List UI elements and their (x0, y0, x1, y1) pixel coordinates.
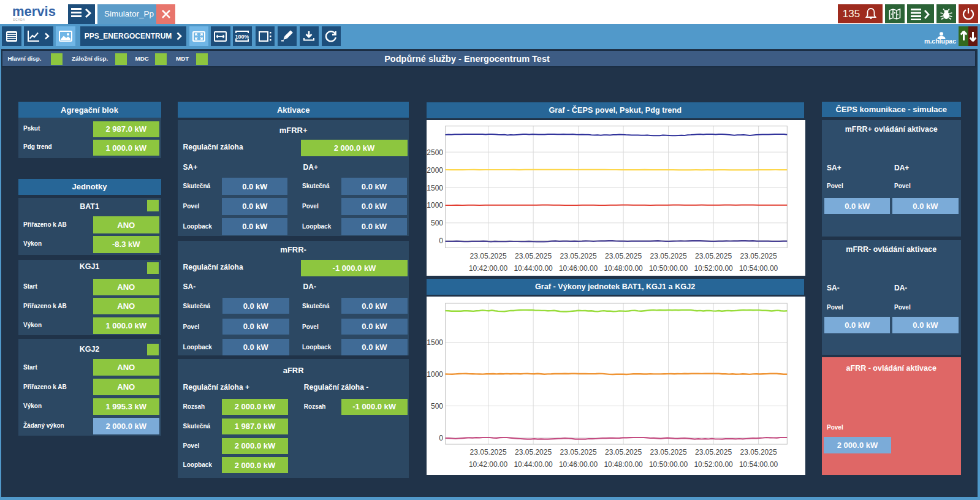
svg-text:23.05.2025: 23.05.2025 (605, 252, 642, 260)
svg-text:10:50:00.00: 10:50:00.00 (649, 460, 688, 469)
svg-text:23.05.2025: 23.05.2025 (470, 252, 507, 260)
svg-text:10:44:00.00: 10:44:00.00 (514, 264, 553, 273)
svg-text:23.05.2025: 23.05.2025 (605, 448, 642, 456)
svg-text:0: 0 (439, 237, 443, 245)
svg-text:10:50:00.00: 10:50:00.00 (649, 264, 688, 273)
svg-text:23.05.2025: 23.05.2025 (560, 448, 597, 456)
svg-text:23.05.2025: 23.05.2025 (740, 252, 777, 260)
svg-text:10:46:00.00: 10:46:00.00 (559, 264, 598, 273)
svg-text:100%: 100% (235, 34, 249, 40)
svg-text:500: 500 (431, 219, 443, 227)
svg-text:1000: 1000 (427, 201, 443, 210)
svg-text:23.05.2025: 23.05.2025 (650, 448, 687, 456)
svg-text:2000: 2000 (427, 166, 443, 175)
svg-text:10:52:00.00: 10:52:00.00 (694, 460, 733, 469)
svg-text:10:46:00.00: 10:46:00.00 (559, 460, 598, 469)
svg-text:2500: 2500 (427, 148, 443, 157)
svg-text:23.05.2025: 23.05.2025 (695, 252, 732, 260)
svg-text:10:42:00.00: 10:42:00.00 (469, 264, 508, 273)
svg-text:10:48:00.00: 10:48:00.00 (604, 460, 643, 469)
svg-text:1500: 1500 (427, 338, 443, 347)
svg-text:23.05.2025: 23.05.2025 (560, 252, 597, 260)
svg-text:500: 500 (431, 402, 443, 411)
svg-text:10:44:00.00: 10:44:00.00 (514, 460, 553, 469)
svg-text:10:42:00.00: 10:42:00.00 (469, 460, 508, 469)
svg-text:23.05.2025: 23.05.2025 (740, 448, 777, 456)
svg-text:10:48:00.00: 10:48:00.00 (604, 264, 643, 273)
svg-text:23.05.2025: 23.05.2025 (515, 448, 552, 456)
svg-text:10:54:00.00: 10:54:00.00 (739, 264, 778, 273)
svg-text:1500: 1500 (427, 184, 443, 192)
svg-text:10:52:00.00: 10:52:00.00 (694, 264, 733, 273)
svg-text:23.05.2025: 23.05.2025 (650, 252, 687, 260)
svg-text:0: 0 (439, 434, 443, 442)
svg-text:10:54:00.00: 10:54:00.00 (739, 460, 778, 469)
svg-text:23.05.2025: 23.05.2025 (695, 448, 732, 456)
svg-text:23.05.2025: 23.05.2025 (515, 252, 552, 260)
svg-text:23.05.2025: 23.05.2025 (470, 448, 507, 456)
svg-text:1000: 1000 (427, 370, 443, 379)
